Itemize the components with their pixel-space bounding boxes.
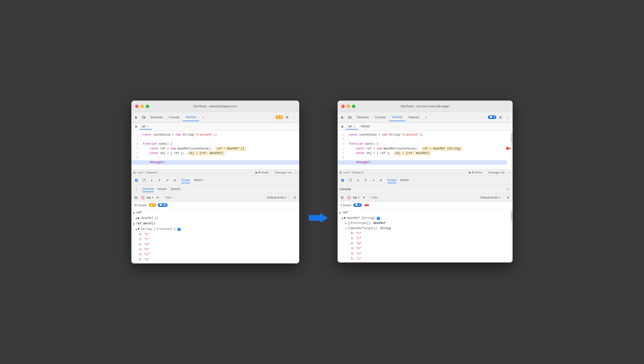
right-file-tab-ref-close[interactable]: × [352,125,356,128]
filter-input[interactable] [165,196,262,199]
right-maximize-button[interactable] [352,105,355,108]
kebab-icon[interactable]: ⋮ [291,114,297,120]
console-tab-issues[interactable]: Issues [158,186,167,192]
right-tab-console[interactable]: Console [372,114,388,121]
right-console-scrollbar[interactable] [511,209,513,262]
no-entry-icon[interactable]: 🚫 [140,195,145,200]
right-step-over-btn[interactable] [347,177,353,184]
issues-warn-badge: ⚠ 4 [149,203,156,207]
debug-tab-watch[interactable]: Watch [194,177,202,183]
pause-btn[interactable] [133,177,140,184]
deactivate-btn[interactable] [172,177,178,184]
right-tab-sources[interactable]: Sources [389,114,405,121]
console-ref-label: ref [136,210,142,215]
tab-elements[interactable]: Elements [148,114,165,121]
left-file-tabs: ▶ ref × [131,122,299,131]
console-more-icon[interactable]: ⋮ [133,186,140,192]
file-tab-close[interactable]: × [146,125,150,128]
eye-icon[interactable]: 👁 [155,195,160,200]
left-title-bar: DevTools - www.photopea.com/ [131,100,299,112]
right-device-toggle-icon[interactable] [347,114,353,120]
right-console-close[interactable]: × [504,186,511,192]
right-deactivate-btn[interactable] [378,177,384,184]
minimize-button[interactable] [140,105,144,108]
right-file-tab-vm348[interactable]: VM348 [358,124,372,130]
console-settings-icon[interactable]: ⚙ [292,195,297,200]
console-clear-icon[interactable] [133,195,139,200]
close-button[interactable] [135,105,139,108]
right-debug-tab-scope[interactable]: Scope [387,177,396,183]
right-default-levels-dropdown[interactable]: Default levels ▼ [481,196,500,199]
step-btn[interactable] [164,177,170,184]
right-console-settings-icon[interactable]: ⚙ [505,195,511,200]
right-pause-btn[interactable] [339,177,346,184]
maximize-button[interactable] [146,105,149,108]
right-console-scrollbar-thumb[interactable] [511,211,512,221]
left-debug-toolbar: Scope Watch [131,176,299,185]
right-tab-elements[interactable]: Elements [354,114,372,121]
step-out-btn[interactable] [156,177,162,184]
right-issues-bar: 2 Issues: 💬 2 ⬅ [338,202,513,209]
right-console-ref-label: ref [343,210,348,215]
default-levels-dropdown[interactable]: Default levels ▼ [267,196,287,199]
right-debug-tab-watch[interactable]: Watch [400,177,409,183]
right-tree-weakref: ◀ ▼ WeakRef {String} i [338,216,513,221]
right-debug-toolbar: Scope Watch [338,176,513,185]
right-console-clear-icon[interactable] [339,195,345,200]
right-filter-input[interactable] [372,196,476,199]
file-tab-ref[interactable]: ref × [140,124,152,130]
right-file-nav-icon[interactable]: ▶ [339,124,346,130]
right-top-dropdown[interactable]: top ▼ [353,196,360,199]
left-code-area: 1 const cacheValue = new String('transie… [131,131,299,169]
right-tab-network[interactable]: Network [406,114,422,121]
right-step-btn[interactable] [370,177,376,184]
right-tab-more[interactable]: » [422,114,430,121]
right-code-line-7: 7 debugger; [338,160,507,165]
right-eye-icon[interactable]: 👁 [361,195,367,200]
settings-icon[interactable]: ⚙ [284,114,290,120]
tab-more[interactable]: » [199,114,207,121]
right-kebab-icon[interactable]: ⋮ [504,114,511,120]
tab-sources[interactable]: Sources [183,114,199,121]
debug-tab-scope[interactable]: Scope [181,177,190,183]
code-scrollbar[interactable] [511,131,513,169]
right-tree-1: 1: "r" [338,236,513,241]
left-devtools-toolbar: Elements Console Sources » ⚠ 4 ⚙ ⋮ [131,112,299,122]
tab-console[interactable]: Console [166,114,182,121]
right-minimize-button[interactable] [347,105,350,108]
console-tab-console[interactable]: Console [142,186,154,192]
right-issues-badge: 💬 2 [488,116,496,119]
window-controls [135,105,149,108]
right-step-out-btn[interactable] [362,177,369,184]
right-close-button[interactable] [341,105,345,108]
right-no-entry-icon[interactable]: 🚫 [346,195,351,200]
tree-4: 4: "s" [131,252,299,257]
device-toggle-icon[interactable] [140,114,147,120]
right-cursor-icon[interactable] [339,114,346,120]
right-tree-0: 0: "t" [338,231,513,236]
tree-string: ◀ ▼ String {'transient'} i [131,227,299,232]
svg-line-16 [135,197,137,198]
svg-marker-8 [151,180,152,182]
window-title: DevTools - www.photopea.com/ [193,104,237,108]
code-line-3: 3 function save() { [131,142,299,146]
top-dropdown[interactable]: top ▼ [147,196,154,199]
right-step-into-btn[interactable] [355,177,361,184]
cursor-icon[interactable] [133,114,140,120]
right-settings-icon[interactable]: ⚙ [497,114,504,120]
issues-count-label: 92 Issues: [134,204,147,207]
right-info-icon[interactable]: i [377,217,380,220]
tree-3: 3: "n" [131,247,299,252]
console-tab-bar: Console Issues Search [142,186,180,192]
right-console-row-ref: ▶ ref [338,210,513,216]
top-label: top [147,196,151,199]
step-over-btn[interactable] [141,177,147,184]
right-file-tab-ref[interactable]: ref × [346,124,358,130]
right-cursor-position: Line 7, Column 5 [344,171,363,174]
info-icon[interactable]: i [177,228,181,231]
tree-5: 5: "i" [131,258,299,262]
file-nav-icon[interactable]: ▶ [133,124,140,130]
code-scrollbar-thumb[interactable] [511,133,512,143]
step-into-btn[interactable] [149,177,155,184]
console-tab-search[interactable]: Search [170,186,180,192]
